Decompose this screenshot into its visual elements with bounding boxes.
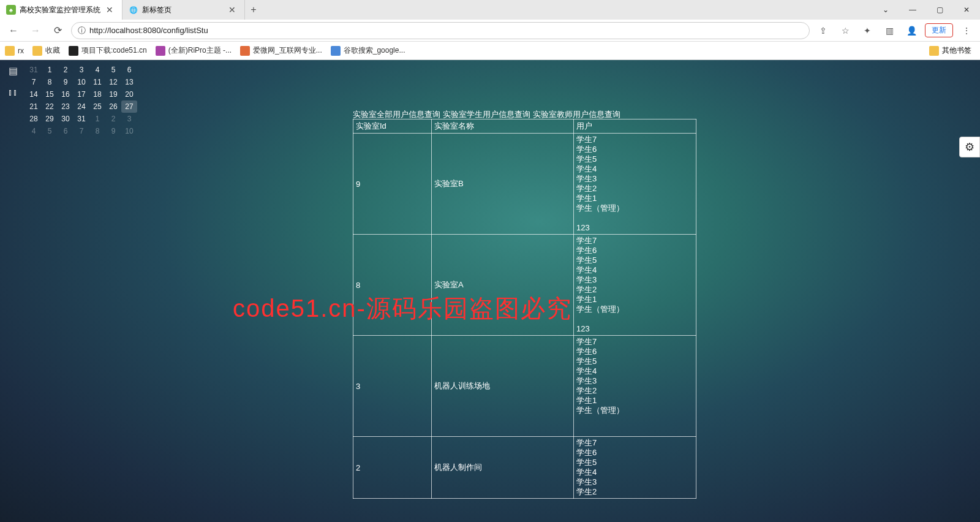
calendar-day[interactable]: 28: [26, 113, 42, 125]
user-entry: 学生5: [576, 154, 693, 164]
calendar-day[interactable]: 6: [58, 125, 74, 137]
update-button[interactable]: 更新: [925, 23, 953, 37]
calendar-day[interactable]: 22: [42, 100, 58, 113]
col-header-id: 实验室Id: [353, 119, 432, 134]
share-icon[interactable]: ⇪: [815, 22, 832, 39]
calendar-day[interactable]: 7: [74, 125, 89, 137]
table-row: 3机器人训练场地学生7学生6学生5学生4学生3学生2学生1学生（管理）: [353, 336, 696, 437]
titlebar: ♠ 高校实验室监控管理系统 ✕ 🌐 新标签页 ✕ + ⌄ — ▢ ✕: [0, 0, 980, 20]
calendar-day[interactable]: 10: [74, 76, 89, 88]
calendar-day[interactable]: 9: [58, 76, 74, 88]
col-header-user: 用户: [574, 119, 696, 134]
calendar-day[interactable]: 7: [26, 76, 42, 88]
back-button[interactable]: ←: [5, 22, 22, 39]
star-icon[interactable]: ☆: [837, 22, 854, 39]
calendar-day[interactable]: 31: [26, 64, 42, 76]
user-entry: 学生3: [576, 477, 693, 487]
calendar-day[interactable]: 3: [121, 113, 137, 125]
calendar-day[interactable]: 9: [105, 125, 121, 137]
calendar-day[interactable]: 4: [26, 125, 42, 137]
cell-users: 学生7学生6学生5学生4学生3学生2学生1学生（管理） 123: [574, 134, 696, 235]
forward-button[interactable]: →: [27, 22, 44, 39]
bookmark-item[interactable]: 收藏: [32, 45, 60, 56]
user-entry: 学生5: [576, 255, 693, 265]
close-icon[interactable]: ✕: [226, 5, 238, 15]
calendar-day[interactable]: 25: [89, 100, 105, 113]
calendar-day[interactable]: 11: [89, 76, 105, 88]
bookmark-item[interactable]: 谷歌搜索_google...: [331, 45, 405, 56]
bookmark-item[interactable]: rx: [5, 45, 24, 56]
extensions-icon[interactable]: ✦: [859, 22, 876, 39]
calendar-day[interactable]: 12: [105, 76, 121, 88]
user-entry: [576, 425, 693, 435]
bookmark-icon: [32, 46, 42, 56]
browser-tab-1[interactable]: 🌐 新标签页 ✕: [123, 0, 245, 20]
calendar-day[interactable]: 2: [105, 113, 121, 125]
new-tab-button[interactable]: +: [245, 1, 262, 18]
maximize-button[interactable]: ▢: [926, 0, 953, 20]
menu-icon[interactable]: ⋮: [958, 22, 975, 39]
calendar-day[interactable]: 29: [42, 113, 58, 125]
user-entry: 学生5: [576, 357, 693, 366]
calendar-day[interactable]: 15: [42, 88, 58, 100]
calendar-day[interactable]: 26: [105, 100, 121, 113]
calendar-day[interactable]: 2: [58, 64, 74, 76]
table-row: 2机器人制作间学生7学生6学生5学生4学生3学生2: [353, 437, 696, 499]
bookmark-icon: [69, 46, 78, 56]
calendar-day[interactable]: 1: [89, 113, 105, 125]
calendar-day[interactable]: 4: [89, 64, 105, 76]
calendar-day[interactable]: 19: [105, 88, 121, 100]
settings-button[interactable]: ⚙: [959, 137, 980, 157]
calendar-day[interactable]: 23: [58, 100, 74, 113]
calendar-day[interactable]: 30: [58, 113, 74, 125]
url-input[interactable]: ⓘ http://localhost:8080/config/listStu: [71, 22, 810, 39]
calendar-day[interactable]: 17: [74, 88, 89, 100]
col-header-name: 实验室名称: [432, 119, 574, 134]
calendar-day[interactable]: 31: [74, 113, 89, 125]
calendar-day[interactable]: 24: [74, 100, 89, 113]
user-entry: 学生6: [576, 145, 693, 154]
close-icon[interactable]: ✕: [104, 5, 116, 15]
cell-users: 学生7学生6学生5学生4学生3学生2: [574, 437, 696, 499]
calendar-day[interactable]: 16: [58, 88, 74, 100]
info-icon[interactable]: ⓘ: [78, 25, 86, 36]
tab-title: 高校实验室监控管理系统: [20, 5, 100, 15]
browser-tab-0[interactable]: ♠ 高校实验室监控管理系统 ✕: [0, 0, 123, 20]
bookmark-icon: [156, 46, 165, 56]
user-entry: 学生3: [576, 376, 693, 386]
reload-button[interactable]: ⟳: [49, 22, 66, 39]
profile-icon[interactable]: 👤: [903, 22, 920, 39]
calendar-day[interactable]: 14: [26, 88, 42, 100]
calendar-day[interactable]: 21: [26, 100, 42, 113]
chart-icon[interactable]: ▤: [6, 64, 20, 77]
user-entry: 123: [576, 324, 693, 334]
calendar-day[interactable]: 13: [121, 76, 137, 88]
cell-lab-id: 3: [353, 336, 432, 437]
calendar-day[interactable]: 3: [74, 64, 89, 76]
bookmark-item[interactable]: 项目下载:code51.cn: [69, 45, 147, 56]
bookmark-item[interactable]: 爱微网_互联网专业...: [240, 45, 322, 56]
calendar-day[interactable]: 8: [89, 125, 105, 137]
calendar-day[interactable]: 27: [121, 100, 137, 113]
panel-icon[interactable]: ▥: [881, 22, 898, 39]
close-window-button[interactable]: ✕: [953, 0, 980, 20]
calendar-day[interactable]: 1: [42, 64, 58, 76]
bookmark-item[interactable]: (全新)RiPro主题 -...: [156, 45, 232, 56]
calendar-day[interactable]: 6: [121, 64, 137, 76]
window-dropdown[interactable]: ⌄: [872, 0, 899, 20]
cell-lab-name: 机器人训练场地: [432, 336, 574, 437]
calendar-widget[interactable]: 3112345678910111213141516171819202122232…: [26, 64, 137, 137]
bookmark-label: 项目下载:code51.cn: [81, 45, 147, 56]
tab-title: 新标签页: [142, 5, 172, 15]
calendar-day[interactable]: 5: [105, 64, 121, 76]
url-text: http://localhost:8080/config/listStu: [89, 26, 208, 35]
minimize-button[interactable]: —: [899, 0, 926, 20]
calendar-day[interactable]: 5: [42, 125, 58, 137]
calendar-day[interactable]: 18: [89, 88, 105, 100]
user-entry: 学生6: [576, 246, 693, 255]
other-bookmarks[interactable]: 其他书签: [925, 45, 975, 56]
calendar-day[interactable]: 20: [121, 88, 137, 100]
calendar-day[interactable]: 10: [121, 125, 137, 137]
calendar-day[interactable]: 8: [42, 76, 58, 88]
bar-chart-icon[interactable]: ⫾⫾: [6, 86, 20, 99]
